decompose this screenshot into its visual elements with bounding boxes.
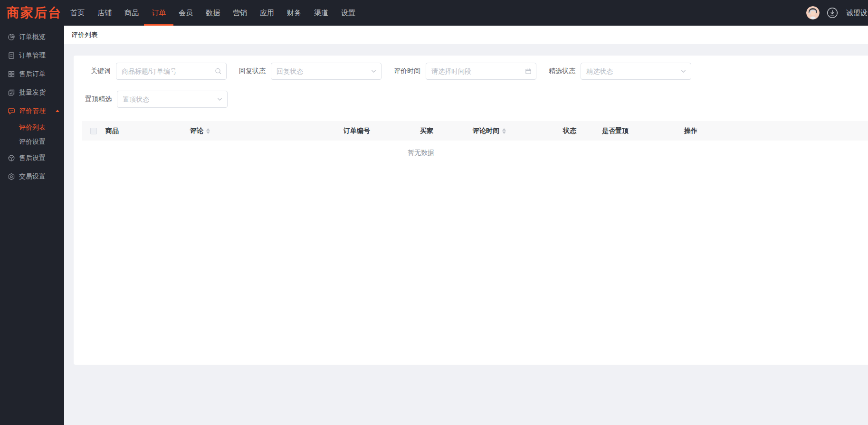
wheel-icon (8, 154, 15, 162)
sidebar-item-order-management[interactable]: 订单管理 (0, 46, 64, 65)
sidebar-item-trade-settings[interactable]: 交易设置 (0, 167, 64, 186)
sidebar-item-order-overview[interactable]: 订单概览 (0, 28, 64, 46)
topbar: 商家后台 首页 店铺 商品 订单 会员 数据 营销 应用 财务 渠道 设置 (0, 0, 868, 26)
chat-bubble-icon (8, 107, 15, 115)
reply-status-label: 回复状态 (239, 67, 266, 76)
sidebar-item-review-management[interactable]: 评价管理 (0, 102, 64, 120)
nav-order[interactable]: 订单 (152, 0, 166, 26)
review-time-range-picker[interactable] (426, 63, 536, 80)
th-is-pinned: 是否置顶 (597, 127, 679, 135)
th-comment[interactable]: 评论 (185, 127, 339, 135)
sidebar-item-label: 订单概览 (19, 33, 46, 41)
avatar-image (806, 6, 820, 19)
sidebar-item-label: 订单管理 (19, 51, 46, 60)
featured-status-select[interactable] (581, 63, 691, 80)
page-header: 评价列表 (64, 26, 868, 44)
table-empty-row: 暂无数据 (82, 141, 760, 165)
account-name[interactable]: 诚盟设计 (846, 9, 868, 18)
nav-product[interactable]: 商品 (124, 0, 139, 26)
sort-comment-icon[interactable] (206, 128, 210, 134)
keyword-input[interactable] (116, 63, 227, 80)
th-actions: 操作 (679, 127, 760, 135)
sidebar-item-aftersale-settings[interactable]: 售后设置 (0, 149, 64, 167)
nav-channel[interactable]: 渠道 (314, 0, 328, 26)
download-icon[interactable] (827, 7, 838, 19)
pinned-featured-label: 置顶精选 (85, 95, 112, 104)
sidebar-item-label: 批量发货 (19, 88, 46, 97)
nav-apps[interactable]: 应用 (260, 0, 274, 26)
main-content: 评价列表 关键词 回复状态 (64, 26, 868, 425)
sidebar-item-batch-shipping[interactable]: 批量发货 (0, 83, 64, 102)
sidebar-item-label: 评价管理 (19, 107, 46, 115)
sidebar: 订单概览 订单管理 售后订单 (0, 26, 64, 425)
hexagon-gear-icon (8, 173, 15, 180)
grid-icon (8, 70, 15, 78)
top-navigation: 首页 店铺 商品 订单 会员 数据 营销 应用 财务 渠道 设置 (70, 0, 368, 26)
sidebar-subitem-review-list[interactable]: 评价列表 (0, 120, 64, 134)
featured-status-label: 精选状态 (549, 67, 575, 76)
page-title: 评价列表 (71, 31, 98, 39)
th-status: 状态 (558, 127, 597, 135)
batch-check-icon (8, 89, 15, 96)
th-order-number: 订单编号 (339, 127, 415, 135)
sidebar-item-label: 售后设置 (19, 154, 46, 162)
sort-comment-time-icon[interactable] (502, 128, 506, 134)
app-logo[interactable]: 商家后台 (0, 4, 64, 21)
reply-status-select[interactable] (271, 63, 382, 80)
pie-chart-icon (8, 33, 15, 41)
document-icon (8, 52, 15, 59)
nav-home[interactable]: 首页 (70, 0, 85, 26)
chevron-up-icon (56, 110, 59, 112)
sidebar-item-label: 售后订单 (19, 70, 46, 78)
review-table: 商品 评论 订单编号 买家 评论时间 状态 (82, 121, 868, 165)
review-list-card: 关键词 回复状态 (74, 56, 868, 365)
nav-member[interactable]: 会员 (179, 0, 193, 26)
th-comment-time[interactable]: 评论时间 (468, 127, 558, 135)
nav-settings[interactable]: 设置 (341, 0, 355, 26)
table-header-row: 商品 评论 订单编号 买家 评论时间 状态 (82, 121, 868, 141)
avatar[interactable] (806, 6, 820, 19)
nav-shop[interactable]: 店铺 (97, 0, 112, 26)
topbar-account-area: 诚盟设计 (806, 0, 868, 26)
filter-form: 关键词 回复状态 (74, 56, 868, 108)
sidebar-item-label: 交易设置 (19, 172, 46, 181)
sidebar-item-aftersale-orders[interactable]: 售后订单 (0, 65, 64, 83)
review-time-label: 评价时间 (394, 67, 420, 76)
nav-marketing[interactable]: 营销 (233, 0, 247, 26)
nav-data[interactable]: 数据 (206, 0, 220, 26)
pinned-featured-select[interactable] (117, 91, 228, 108)
nav-finance[interactable]: 财务 (287, 0, 301, 26)
sidebar-subitem-review-settings[interactable]: 评价设置 (0, 134, 64, 149)
empty-state-text: 暂无数据 (408, 149, 434, 157)
th-buyer: 买家 (415, 127, 468, 135)
keyword-label: 关键词 (85, 67, 111, 76)
th-product: 商品 (101, 127, 185, 135)
select-all-checkbox[interactable] (90, 128, 97, 134)
